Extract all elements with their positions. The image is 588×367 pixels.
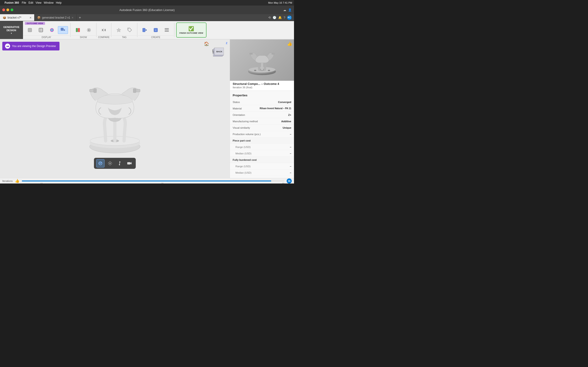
orbit-icon [98,161,103,166]
svg-rect-53 [250,53,253,55]
window-title: Autodesk Fusion 360 (Education License) [120,8,175,12]
tool-list[interactable] [162,26,172,34]
prop-row-piece-header: Piece part cost [230,137,294,144]
tab-close-generated[interactable]: × [72,16,73,19]
svg-point-50 [254,70,256,71]
clock: Mon May 16 7:41 PM [268,1,292,4]
menubar-right-icons: Mon May 16 7:41 PM [268,1,292,4]
tick-10: 10 [40,182,43,184]
maximize-button[interactable] [10,8,13,11]
svg-rect-7 [76,28,78,32]
like-icon[interactable]: 👍 [287,41,292,46]
tab-close-bracket[interactable]: × [30,16,32,19]
zoom-button[interactable] [115,159,124,167]
prop-label-mfg: Manufacturing method [233,120,281,123]
home-icon[interactable]: 🏠 [204,41,209,46]
prop-value-visual: Unique [283,126,291,129]
pan-button[interactable] [106,159,114,167]
svg-point-40 [100,163,101,164]
close-button[interactable] [2,8,5,11]
menu-window[interactable]: Window [44,1,54,4]
camera-button[interactable] [125,159,133,167]
current-iteration-badge: 36 [287,178,292,184]
svg-rect-20 [165,28,169,29]
tab-icon-bracket: 📦 [3,16,6,19]
orbit-button[interactable] [96,159,104,167]
outcome-preview-svg [244,42,280,78]
list-icon [164,27,170,33]
tool-show-hide[interactable] [73,26,83,34]
menu-edit[interactable]: Edit [28,1,33,4]
svg-rect-45 [127,162,130,165]
prop-value-median1: – [290,152,291,155]
tab-bracket-v7[interactable]: 📦 bracket v7* × [0,14,35,21]
tool-show[interactable] [84,26,94,34]
tool-compare[interactable] [99,26,109,34]
titlebar-right-icons: ☁ 👤 [283,8,292,12]
iterations-bar: Iterations 👍 10 20 30 36 [0,178,294,184]
tool-shaded[interactable] [25,26,35,34]
svg-marker-6 [64,29,65,31]
tool-color[interactable] [47,26,57,34]
tab-clock-icon[interactable]: 🕐 [273,16,276,19]
prop-row-visual: Visual similarity Unique [230,125,294,131]
prop-label-production: Production volume (pcs.) [233,133,290,135]
generative-chevron: ▼ [10,32,12,35]
prop-row-status: Status Converged [230,99,294,105]
prop-label-material: Material [233,107,260,110]
svg-point-15 [128,29,129,29]
show-hide-icon [75,27,81,33]
model-svg [78,59,152,158]
prop-label-piece: Piece part cost [233,139,291,142]
gizmo-svg: BACK LEFT [212,45,226,58]
outcome-card: 👍 Structural Compo... – Outcome 4 Iterat… [230,40,294,91]
tool-create1[interactable] [140,26,150,34]
prop-value-median2: – [290,171,291,174]
create-icons: + [138,25,174,35]
svg-rect-0 [28,28,32,32]
profile-icon[interactable]: 👤 [288,8,292,12]
menu-view[interactable]: View [36,1,42,4]
iterations-fill [22,181,271,181]
canvas-area[interactable]: ➡ You are viewing the Design Preview 🏠 Z… [0,40,230,178]
tab-history-icon[interactable]: ⟲ [268,16,271,19]
tab-bell-icon[interactable]: 🔔 [278,16,282,19]
iterations-like-icon[interactable]: 👍 [15,179,19,183]
tool-active-view[interactable] [58,26,68,34]
prop-value-mfg: Additive [281,120,291,123]
tab-generated-bracket[interactable]: 📦 generated bracket 2 v1 × [35,14,77,21]
prop-sublabel-range1: Range (USD) [233,146,290,148]
display-label: DISPLAY [23,35,70,39]
tool-star[interactable] [114,26,124,34]
tag-icon [127,27,132,33]
tool-wireframe[interactable] [36,26,46,34]
prop-sublabel-median2: Median (USD) [233,171,290,174]
menu-help[interactable]: Help [56,1,61,4]
tab-icon-generated: 📦 [37,16,41,19]
properties-title: Properties [230,93,294,99]
prop-label-burdened: Fully burdened cost [233,158,291,161]
outcome-view-banner: OUTCOME VIEW [25,22,45,25]
tab-profile-badge[interactable]: KC [287,15,292,20]
tab-add-button[interactable]: + [77,14,83,21]
tab-help-icon[interactable]: ? [284,16,285,19]
svg-marker-17 [146,29,147,31]
tabs-bar: 📦 bracket v7* × 📦 generated bracket 2 v1… [0,14,294,21]
generative-design-button[interactable]: GENERATIVE DESIGN ▼ [0,21,23,39]
tag-icons [112,25,137,35]
right-panel: 👍 Structural Compo... – Outcome 4 Iterat… [230,40,294,178]
finish-outcome-view-button[interactable]: ✅ FINISH OUTCOME VIEW [176,23,207,38]
minimize-button[interactable] [6,8,9,11]
prop-label-orientation: Orientation [233,114,288,116]
iterations-track[interactable]: 10 20 30 [22,181,284,181]
active-view-icon [60,27,66,33]
svg-rect-8 [78,28,80,32]
tool-tag[interactable] [125,26,135,34]
create-icon2: + [153,27,158,33]
design-preview-banner: ➡ You are viewing the Design Preview [2,42,60,50]
gizmo-z-axis: Z [226,42,227,44]
tool-create2[interactable]: + [151,26,161,34]
sep1 [70,23,70,37]
display-icons [23,25,70,35]
menu-file[interactable]: File [22,1,26,4]
